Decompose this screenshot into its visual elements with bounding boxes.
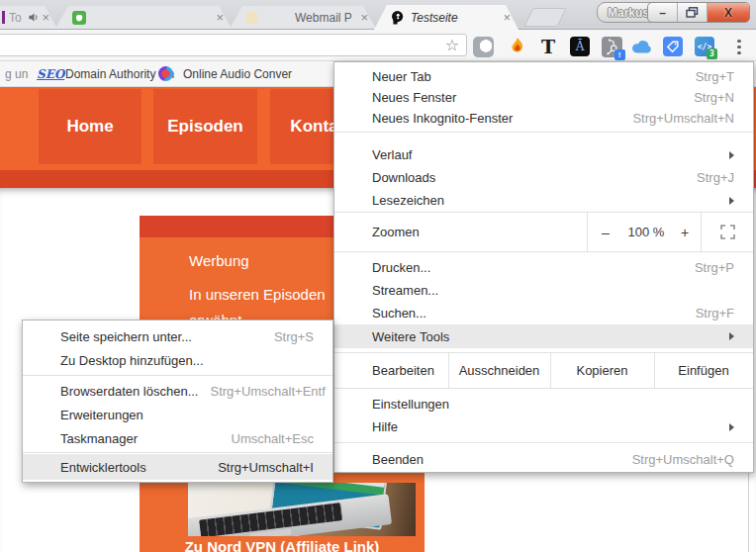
menu-item-zoomen: Zoomen – 100 % +: [334, 213, 753, 251]
menu-item-beenden[interactable]: BeendenStrg+Umschalt+Q: [334, 448, 753, 471]
menu-item-neues-fenster[interactable]: Neues FensterStrg+N: [334, 87, 753, 108]
menu-item-hilfe[interactable]: Hilfe: [334, 415, 753, 438]
submenu-item-taskmanager[interactable]: TaskmanagerUmschalt+Esc: [23, 426, 332, 450]
close-button[interactable]: X: [708, 3, 749, 22]
menu-separator: [23, 375, 332, 376]
menu-item-ausschneiden[interactable]: Ausschneiden: [448, 353, 550, 388]
zoom-in-button[interactable]: +: [673, 213, 697, 251]
menu-item-verlauf[interactable]: Verlauf: [334, 143, 753, 166]
browser-window: To × × Webmail P × Testseite × Markus: [0, 0, 756, 552]
nordvpn-affiliate-link[interactable]: Zu Nord VPN (Affiliate Link): [140, 538, 425, 552]
tab-audio-icon: [26, 10, 41, 25]
weitere-tools-submenu: Seite speichern unter...Strg+S Zu Deskto…: [22, 320, 333, 483]
tab-1[interactable]: To ×: [0, 6, 57, 29]
tab-4-close-icon[interactable]: ×: [503, 11, 511, 24]
tab-2[interactable]: ×: [55, 6, 232, 29]
submenu-item-seite-speichern[interactable]: Seite speichern unter...Strg+S: [23, 324, 332, 348]
menu-item-einstellungen[interactable]: Einstellungen: [334, 393, 753, 415]
testseite-favicon: [390, 10, 405, 25]
submenu-item-entwicklertools[interactable]: EntwicklertoolsStrg+Umschalt+I: [23, 454, 332, 480]
fullscreen-button[interactable]: [712, 213, 742, 251]
submenu-item-zu-desktop[interactable]: Zu Desktop hinzufügen...: [23, 348, 332, 372]
tab-3[interactable]: Webmail P ×: [230, 6, 376, 29]
laptop-photo: [188, 483, 416, 536]
menu-item-kopieren[interactable]: Kopieren: [550, 353, 654, 388]
tab-4-title: Testseite: [411, 11, 458, 25]
zoom-out-button[interactable]: –: [594, 213, 617, 251]
menu-item-inkognito-fenster[interactable]: Neues Inkognito-FensterStrg+Umschalt+N: [334, 108, 753, 129]
titlebar: To × × Webmail P × Testseite × Markus: [0, 0, 756, 30]
tab-4-active[interactable]: Testseite ×: [374, 5, 519, 30]
hubspot-extension-icon[interactable]: !: [600, 35, 623, 58]
tab-3-favicon: [245, 12, 257, 24]
menu-item-downloads[interactable]: DownloadsStrg+J: [334, 166, 753, 189]
tab-3-title: Webmail P: [295, 11, 352, 25]
tag-extension-icon[interactable]: [661, 35, 685, 58]
browser-menu-button[interactable]: [729, 37, 749, 57]
page-scrollbar[interactable]: [748, 473, 749, 552]
site-nav-episoden[interactable]: Episoden: [153, 89, 257, 164]
flame-extension-icon[interactable]: [506, 35, 529, 58]
tab-1-favicon: [2, 11, 5, 24]
bookmark-item-truncated[interactable]: g un: [5, 61, 28, 86]
restore-button[interactable]: [678, 3, 708, 22]
web-developer-badge: 3: [707, 48, 717, 59]
new-tab-button[interactable]: [523, 8, 566, 27]
tab-1-title: To: [9, 11, 22, 25]
submenu-arrow-icon: [729, 197, 734, 205]
profile-label: Markus: [608, 6, 649, 20]
menu-item-suchen[interactable]: Suchen...Strg+F: [334, 302, 753, 324]
menu-separator: [334, 388, 753, 389]
tab-1-close-icon[interactable]: ×: [42, 11, 49, 24]
bookmark-star-icon[interactable]: ☆: [445, 36, 459, 54]
tab-2-close-icon[interactable]: ×: [216, 11, 224, 24]
menu-item-lesezeichen[interactable]: Lesezeichen: [334, 189, 753, 212]
menu-item-weitere-tools[interactable]: Weitere Tools: [334, 324, 753, 348]
menu-separator: [334, 251, 753, 252]
menu-item-einfuegen[interactable]: Einfügen: [654, 353, 753, 388]
menu-item-drucken[interactable]: Drucken...Strg+P: [334, 256, 753, 279]
zoom-level-value: 100 %: [621, 213, 671, 251]
address-bar[interactable]: ☆: [0, 34, 467, 56]
bookmark-item-audio-converter[interactable]: Online Audio Conver: [183, 61, 292, 86]
submenu-arrow-icon: [729, 151, 734, 159]
submenu-item-erweiterungen[interactable]: Erweiterungen: [23, 403, 332, 426]
window-controls: – X: [647, 2, 750, 23]
minimize-button[interactable]: –: [648, 3, 678, 22]
submenu-arrow-icon: [729, 423, 734, 431]
seo-bookmark-icon[interactable]: SEO: [37, 61, 64, 86]
submenu-arrow-icon: [729, 332, 734, 340]
zoom-divider: [701, 213, 702, 251]
evernote-favicon: [71, 10, 86, 25]
web-developer-extension-icon[interactable]: </> 3: [693, 35, 716, 58]
submenu-item-browserdaten-loeschen[interactable]: Browserdaten löschen...Strg+Umschalt+Ent…: [23, 379, 332, 403]
menu-separator: [23, 452, 332, 453]
moon-extension-icon[interactable]: [471, 35, 495, 58]
chrome-main-menu: Neuer TabStrg+T Neues FensterStrg+N Neue…: [333, 61, 754, 473]
cloud-extension-icon[interactable]: [630, 35, 654, 58]
menu-separator: [334, 442, 753, 443]
menu-item-neuer-tab[interactable]: Neuer TabStrg+T: [334, 66, 753, 87]
hubspot-badge: !: [614, 49, 625, 60]
menu-item-bearbeiten-row: Bearbeiten Ausschneiden Kopieren Einfüge…: [334, 353, 753, 388]
zoom-divider: [587, 213, 588, 251]
translator-extension-icon[interactable]: Ā: [568, 35, 592, 58]
t-letter-extension-icon[interactable]: T: [536, 35, 560, 58]
menu-item-streamen[interactable]: Streamen...: [334, 279, 753, 302]
tab-3-close-icon[interactable]: ×: [360, 11, 368, 24]
audio-converter-bookmark-icon[interactable]: [158, 61, 173, 86]
menu-separator: [334, 132, 753, 133]
site-nav-home[interactable]: Home: [39, 89, 142, 164]
